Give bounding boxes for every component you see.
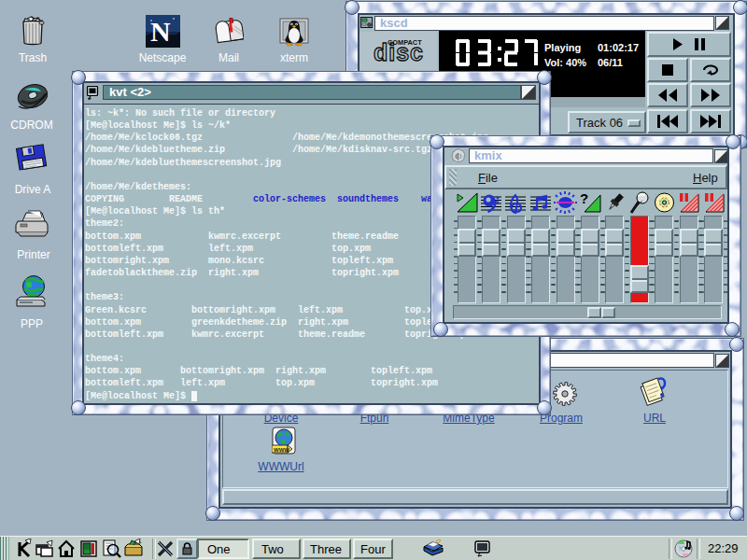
svg-text:disc: disc [374,39,424,65]
svg-text:?: ? [580,190,588,206]
svg-text:N: N [150,16,171,47]
svg-text:WWW: WWW [274,447,289,453]
